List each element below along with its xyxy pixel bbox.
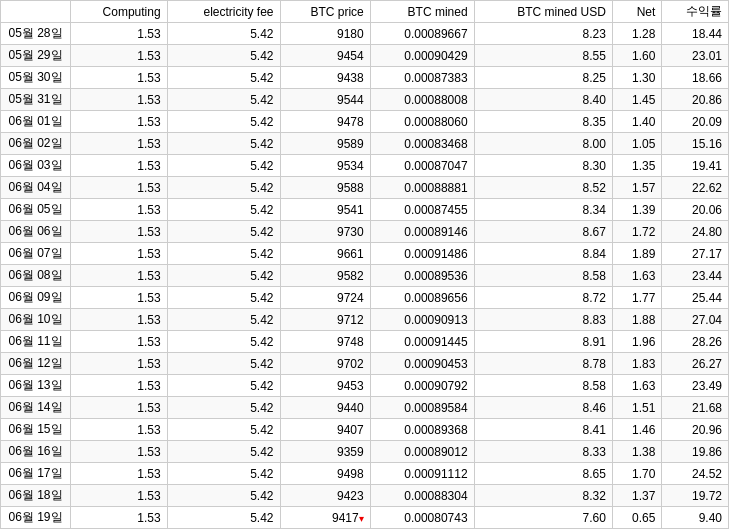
cell-net: 1.46 xyxy=(612,419,661,441)
cell-elec: 5.42 xyxy=(167,353,280,375)
table-row: 06월 02일1.535.4295890.000834688.001.0515.… xyxy=(1,133,729,155)
cell-date: 06월 08일 xyxy=(1,265,71,287)
cell-rate: 15.16 xyxy=(662,133,729,155)
cell-date: 06월 19일 xyxy=(1,507,71,529)
cell-btc-mined-usd: 8.46 xyxy=(474,397,612,419)
cell-rate: 22.62 xyxy=(662,177,729,199)
table-row: 06월 06일1.535.4297300.000891468.671.7224.… xyxy=(1,221,729,243)
cell-rate: 19.72 xyxy=(662,485,729,507)
cell-date: 06월 15일 xyxy=(1,419,71,441)
cell-elec: 5.42 xyxy=(167,67,280,89)
table-row: 06월 05일1.535.4295410.000874558.341.3920.… xyxy=(1,199,729,221)
cell-net: 1.77 xyxy=(612,287,661,309)
cell-net: 1.37 xyxy=(612,485,661,507)
cell-net: 1.38 xyxy=(612,441,661,463)
cell-date: 06월 03일 xyxy=(1,155,71,177)
cell-computing: 1.53 xyxy=(71,485,168,507)
cell-computing: 1.53 xyxy=(71,155,168,177)
cell-net: 1.05 xyxy=(612,133,661,155)
cell-date: 06월 02일 xyxy=(1,133,71,155)
cell-date: 06월 11일 xyxy=(1,331,71,353)
cell-btc-price: 9180 xyxy=(280,23,370,45)
header-elec-fee: electricity fee xyxy=(167,1,280,23)
cell-computing: 1.53 xyxy=(71,133,168,155)
cell-elec: 5.42 xyxy=(167,287,280,309)
cell-rate: 20.96 xyxy=(662,419,729,441)
cell-net: 1.88 xyxy=(612,309,661,331)
cell-btc-mined-usd: 8.41 xyxy=(474,419,612,441)
cell-computing: 1.53 xyxy=(71,331,168,353)
cell-computing: 1.53 xyxy=(71,507,168,529)
cell-elec: 5.42 xyxy=(167,89,280,111)
table-row: 05월 31일1.535.4295440.000880088.401.4520.… xyxy=(1,89,729,111)
cell-computing: 1.53 xyxy=(71,199,168,221)
cell-rate: 21.68 xyxy=(662,397,729,419)
table-row: 06월 11일1.535.4297480.000914458.911.9628.… xyxy=(1,331,729,353)
cell-elec: 5.42 xyxy=(167,45,280,67)
cell-elec: 5.42 xyxy=(167,507,280,529)
cell-date: 05월 29일 xyxy=(1,45,71,67)
cell-computing: 1.53 xyxy=(71,89,168,111)
cell-date: 06월 10일 xyxy=(1,309,71,331)
cell-rate: 27.17 xyxy=(662,243,729,265)
cell-btc-mined-usd: 8.35 xyxy=(474,111,612,133)
cell-computing: 1.53 xyxy=(71,463,168,485)
header-btc-price: BTC price xyxy=(280,1,370,23)
cell-computing: 1.53 xyxy=(71,309,168,331)
cell-net: 1.70 xyxy=(612,463,661,485)
table-row: 05월 30일1.535.4294380.000873838.251.3018.… xyxy=(1,67,729,89)
cell-rate: 20.09 xyxy=(662,111,729,133)
cell-btc-mined: 0.00087383 xyxy=(370,67,474,89)
cell-date: 06월 13일 xyxy=(1,375,71,397)
cell-btc-price: 9661 xyxy=(280,243,370,265)
cell-date: 06월 04일 xyxy=(1,177,71,199)
cell-btc-price: 9423 xyxy=(280,485,370,507)
cell-date: 06월 18일 xyxy=(1,485,71,507)
cell-btc-mined: 0.00089012 xyxy=(370,441,474,463)
cell-net: 1.57 xyxy=(612,177,661,199)
cell-btc-price: 9454 xyxy=(280,45,370,67)
table-row: 06월 01일1.535.4294780.000880608.351.4020.… xyxy=(1,111,729,133)
cell-computing: 1.53 xyxy=(71,375,168,397)
cell-btc-price: 9478 xyxy=(280,111,370,133)
cell-net: 1.96 xyxy=(612,331,661,353)
cell-computing: 1.53 xyxy=(71,265,168,287)
cell-net: 1.63 xyxy=(612,375,661,397)
cell-rate: 9.40 xyxy=(662,507,729,529)
cell-elec: 5.42 xyxy=(167,199,280,221)
cell-btc-price: 9730 xyxy=(280,221,370,243)
cell-btc-mined: 0.00091112 xyxy=(370,463,474,485)
cell-rate: 18.44 xyxy=(662,23,729,45)
cell-btc-mined-usd: 8.00 xyxy=(474,133,612,155)
cell-rate: 26.27 xyxy=(662,353,729,375)
cell-btc-price: 9589 xyxy=(280,133,370,155)
table-row: 06월 10일1.535.4297120.000909138.831.8827.… xyxy=(1,309,729,331)
cell-btc-mined: 0.00089536 xyxy=(370,265,474,287)
cell-elec: 5.42 xyxy=(167,111,280,133)
cell-btc-mined-usd: 8.84 xyxy=(474,243,612,265)
cell-computing: 1.53 xyxy=(71,23,168,45)
cell-net: 1.40 xyxy=(612,111,661,133)
cell-computing: 1.53 xyxy=(71,243,168,265)
cell-elec: 5.42 xyxy=(167,331,280,353)
cell-net: 1.89 xyxy=(612,243,661,265)
cell-btc-price: 9702 xyxy=(280,353,370,375)
cell-date: 06월 14일 xyxy=(1,397,71,419)
cell-net: 1.30 xyxy=(612,67,661,89)
cell-btc-mined-usd: 8.52 xyxy=(474,177,612,199)
cell-net: 1.45 xyxy=(612,89,661,111)
table-row: 06월 08일1.535.4295820.000895368.581.6323.… xyxy=(1,265,729,287)
cell-btc-mined-usd: 8.58 xyxy=(474,265,612,287)
cell-btc-mined-usd: 7.60 xyxy=(474,507,612,529)
cell-btc-mined: 0.00090913 xyxy=(370,309,474,331)
cell-elec: 5.42 xyxy=(167,419,280,441)
cell-rate: 23.44 xyxy=(662,265,729,287)
table-row: 06월 16일1.535.4293590.000890128.331.3819.… xyxy=(1,441,729,463)
cell-rate: 24.52 xyxy=(662,463,729,485)
cell-rate: 27.04 xyxy=(662,309,729,331)
table-row: 06월 12일1.535.4297020.000904538.781.8326.… xyxy=(1,353,729,375)
cell-elec: 5.42 xyxy=(167,243,280,265)
cell-date: 06월 01일 xyxy=(1,111,71,133)
cell-computing: 1.53 xyxy=(71,221,168,243)
cell-rate: 25.44 xyxy=(662,287,729,309)
